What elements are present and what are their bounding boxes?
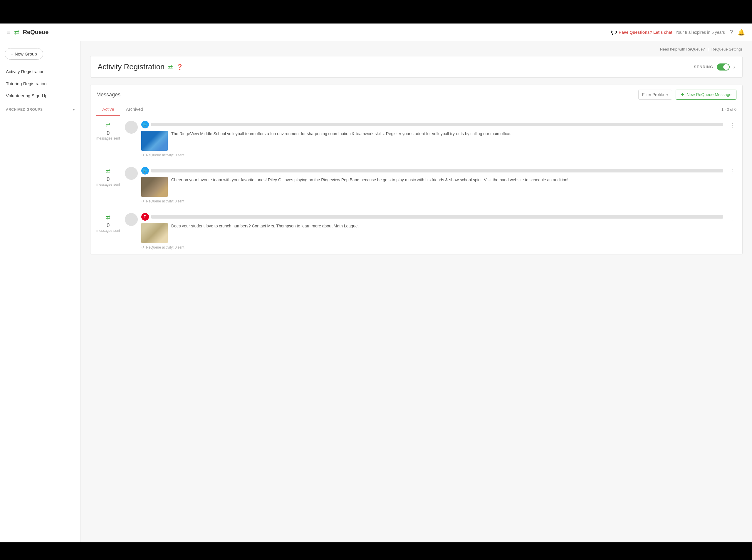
sending-toggle[interactable]: [717, 63, 730, 71]
requeue-activity-icon: ↺: [141, 245, 144, 249]
separator: |: [708, 47, 709, 52]
message-platform-bar: 🐦: [141, 121, 723, 128]
trial-text: Your trial expires in 5 years: [676, 30, 725, 35]
requeue-activity-text: ReQueue activity: 0 sent: [146, 199, 184, 203]
archived-groups-label: ARCHIVED GROUPS: [6, 107, 43, 112]
tabs-bar: Active Archived 1 - 3 of 0: [90, 103, 742, 116]
message-stats: ⇄ 0 messages sent: [96, 213, 120, 233]
pinterest-icon: P: [141, 213, 149, 221]
main-content: Need help with ReQueue? | ReQueue Settin…: [81, 41, 752, 542]
stat-number: 0: [107, 222, 109, 228]
message-content-wrapper: 🐦 The RidgeView Middle School volleyball…: [141, 121, 723, 157]
message-item: ⇄ 0 messages sent 🐦: [90, 162, 742, 208]
message-stats: ⇄ 0 messages sent: [96, 167, 120, 186]
platform-bar-line: [151, 215, 723, 219]
tabs: Active Archived: [96, 103, 149, 116]
message-list: ⇄ 0 messages sent 🐦: [90, 116, 742, 254]
message-image-row: Does your student love to crunch numbers…: [141, 223, 723, 243]
sending-label: SENDING: [694, 65, 713, 69]
message-ellipsis-button[interactable]: ⋮: [728, 167, 736, 176]
sidebar: + New Group Activity Registration Tutori…: [0, 41, 81, 542]
group-title: Activity Registration: [98, 62, 164, 72]
requeue-activity: ↺ ReQueue activity: 0 sent: [141, 199, 723, 203]
filter-profile-select[interactable]: Filter Profile ▾: [638, 89, 672, 100]
settings-link[interactable]: ReQueue Settings: [711, 47, 743, 52]
group-header-card: Activity Registration ⇄ ❓ SENDING ›: [90, 56, 743, 78]
hamburger-icon[interactable]: ≡: [7, 29, 11, 36]
new-message-button[interactable]: ✚ New ReQueue Message: [676, 89, 736, 100]
new-message-label: New ReQueue Message: [687, 92, 731, 97]
requeue-activity-icon: ↺: [141, 153, 144, 157]
messages-title: Messages: [96, 92, 120, 98]
message-actions: ⋮: [728, 167, 736, 176]
message-ellipsis-button[interactable]: ⋮: [728, 121, 736, 130]
platform-bar-line: [151, 123, 723, 126]
platform-bar-line: [151, 169, 723, 173]
tab-archived[interactable]: Archived: [120, 103, 149, 116]
requeue-activity-text: ReQueue activity: 0 sent: [146, 245, 184, 249]
message-avatar: [125, 213, 138, 226]
message-actions: ⋮: [728, 213, 736, 222]
message-avatar: [125, 121, 138, 134]
sidebar-item-activity-registration[interactable]: Activity Registration: [0, 65, 81, 78]
tab-active[interactable]: Active: [96, 103, 120, 116]
requeue-logo-icon: ⇄: [14, 28, 19, 36]
message-thumbnail: [141, 131, 168, 151]
requeue-activity: ↺ ReQueue activity: 0 sent: [141, 245, 723, 249]
message-platform-bar: P: [141, 213, 723, 221]
message-text: Does your student love to crunch numbers…: [171, 223, 723, 243]
message-ellipsis-button[interactable]: ⋮: [728, 213, 736, 222]
message-platform-bar: 🐦: [141, 167, 723, 175]
top-links: Need help with ReQueue? | ReQueue Settin…: [90, 47, 743, 52]
toggle-knob: [723, 64, 729, 70]
archived-groups-chevron-icon: ▾: [73, 107, 75, 112]
messages-header: Messages Filter Profile ▾ ✚ New ReQueue …: [90, 85, 742, 100]
shuffle-icon[interactable]: ⇄: [168, 63, 173, 71]
twitter-icon: 🐦: [141, 121, 149, 128]
twitter-icon: 🐦: [141, 167, 149, 175]
stat-label: messages sent: [96, 228, 120, 233]
requeue-activity-icon: ↺: [141, 199, 144, 203]
bell-icon[interactable]: 🔔: [738, 29, 745, 36]
message-text: Cheer on your favorite team with your fa…: [171, 177, 723, 197]
stat-number: 0: [107, 176, 109, 182]
message-stats: ⇄ 0 messages sent: [96, 121, 120, 140]
message-body: 🐦 Cheer on your favorite team with your …: [125, 167, 723, 203]
message-thumbnail: [141, 223, 168, 243]
help-icon[interactable]: ?: [730, 29, 733, 36]
message-item: ⇄ 0 messages sent 🐦: [90, 116, 742, 162]
message-avatar: [125, 167, 138, 180]
group-chevron-right-icon[interactable]: ›: [733, 63, 735, 70]
message-item: ⇄ 0 messages sent P: [90, 208, 742, 254]
message-image-row: The RidgeView Middle School volleyball t…: [141, 131, 723, 151]
shuffle-sm-icon: ⇄: [106, 214, 110, 221]
help-circle-icon[interactable]: ❓: [177, 64, 183, 70]
message-actions: ⋮: [728, 121, 736, 130]
requeue-activity-text: ReQueue activity: 0 sent: [146, 153, 184, 157]
chat-prompt: 💬 Have Questions? Let's chat! Your trial…: [611, 29, 725, 35]
message-text: The RidgeView Middle School volleyball t…: [171, 131, 723, 151]
requeue-activity: ↺ ReQueue activity: 0 sent: [141, 153, 723, 157]
chat-bubble-icon: 💬: [611, 29, 617, 35]
chat-link[interactable]: Have Questions? Let's chat!: [618, 30, 674, 35]
message-body: P Does your student love to crunch numbe…: [125, 213, 723, 249]
messages-controls: Filter Profile ▾ ✚ New ReQueue Message: [638, 89, 736, 100]
help-link[interactable]: Need help with ReQueue?: [660, 47, 705, 52]
count-text: 1 - 3 of 0: [721, 104, 736, 115]
sidebar-item-volunteering-signup[interactable]: Volunteering Sign-Up: [0, 89, 81, 102]
app-title: ReQueue: [23, 29, 49, 36]
filter-select-arrow-icon: ▾: [666, 92, 668, 97]
message-thumbnail: [141, 177, 168, 197]
message-content-wrapper: 🐦 Cheer on your favorite team with your …: [141, 167, 723, 203]
stat-label: messages sent: [96, 136, 120, 140]
stat-label: messages sent: [96, 182, 120, 186]
message-image-row: Cheer on your favorite team with your fa…: [141, 177, 723, 197]
message-body: 🐦 The RidgeView Middle School volleyball…: [125, 121, 723, 157]
shuffle-sm-icon: ⇄: [106, 168, 110, 175]
sidebar-item-tutoring-registration[interactable]: Tutoring Registration: [0, 78, 81, 89]
archived-groups-header[interactable]: ARCHIVED GROUPS ▾: [0, 104, 81, 115]
new-group-button[interactable]: + New Group: [5, 48, 43, 60]
message-content-wrapper: P Does your student love to crunch numbe…: [141, 213, 723, 249]
shuffle-sm-icon: ⇄: [106, 122, 110, 128]
stat-number: 0: [107, 130, 109, 136]
